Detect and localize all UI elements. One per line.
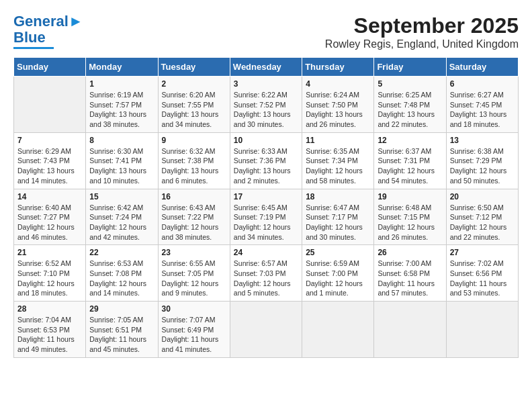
day-number: 26 (378, 248, 442, 257)
day-number: 22 (89, 248, 154, 257)
title-block: September 2025 Rowley Regis, England, Un… (325, 13, 519, 50)
day-info: Sunrise: 6:32 AMSunset: 7:38 PMDaylight:… (162, 146, 226, 186)
month-title: September 2025 (325, 13, 519, 38)
calendar-cell: 18Sunrise: 6:47 AMSunset: 7:17 PMDayligh… (302, 189, 374, 245)
day-info: Sunrise: 6:59 AMSunset: 7:00 PMDaylight:… (306, 259, 370, 298)
day-number: 5 (378, 79, 442, 89)
calendar-week-3: 14Sunrise: 6:40 AMSunset: 7:27 PMDayligh… (14, 189, 519, 245)
day-info: Sunrise: 6:35 AMSunset: 7:34 PMDaylight:… (306, 146, 370, 186)
calendar-cell: 12Sunrise: 6:37 AMSunset: 7:31 PMDayligh… (374, 132, 446, 189)
day-info: Sunrise: 6:53 AMSunset: 7:08 PMDaylight:… (89, 259, 154, 298)
day-number: 13 (450, 136, 515, 145)
day-number: 21 (17, 248, 82, 257)
day-info: Sunrise: 6:25 AMSunset: 7:48 PMDaylight:… (378, 90, 442, 130)
day-number: 16 (162, 192, 226, 201)
day-number: 7 (17, 136, 82, 145)
day-number: 18 (306, 192, 370, 201)
logo: General► Blue (13, 13, 83, 49)
page-header: General► Blue September 2025 Rowley Regi… (13, 13, 519, 50)
day-number: 12 (378, 136, 442, 145)
day-info: Sunrise: 6:57 AMSunset: 7:03 PMDaylight:… (234, 259, 298, 298)
calendar-week-2: 7Sunrise: 6:29 AMSunset: 7:43 PMDaylight… (14, 132, 519, 189)
day-info: Sunrise: 6:20 AMSunset: 7:55 PMDaylight:… (162, 90, 226, 130)
calendar-cell: 4Sunrise: 6:24 AMSunset: 7:50 PMDaylight… (302, 77, 374, 133)
calendar-cell (446, 302, 518, 358)
calendar-cell: 22Sunrise: 6:53 AMSunset: 7:08 PMDayligh… (86, 245, 158, 302)
day-header-sunday: Sunday (14, 58, 86, 77)
calendar-cell (374, 302, 446, 358)
day-info: Sunrise: 6:29 AMSunset: 7:43 PMDaylight:… (17, 146, 82, 186)
calendar-cell (14, 77, 86, 133)
calendar-cell: 27Sunrise: 7:02 AMSunset: 6:56 PMDayligh… (446, 245, 518, 302)
calendar-cell (302, 302, 374, 358)
day-number: 20 (450, 192, 515, 201)
day-number: 19 (378, 192, 442, 201)
day-info: Sunrise: 7:04 AMSunset: 6:53 PMDaylight:… (17, 315, 82, 355)
day-info: Sunrise: 6:50 AMSunset: 7:12 PMDaylight:… (450, 203, 515, 242)
calendar-week-4: 21Sunrise: 6:52 AMSunset: 7:10 PMDayligh… (14, 245, 519, 302)
calendar-cell: 15Sunrise: 6:42 AMSunset: 7:24 PMDayligh… (86, 189, 158, 245)
calendar-cell: 19Sunrise: 6:48 AMSunset: 7:15 PMDayligh… (374, 189, 446, 245)
day-info: Sunrise: 6:27 AMSunset: 7:45 PMDaylight:… (450, 90, 515, 130)
day-number: 1 (89, 79, 154, 89)
day-number: 30 (162, 304, 226, 314)
day-header-thursday: Thursday (302, 58, 374, 77)
day-info: Sunrise: 6:48 AMSunset: 7:15 PMDaylight:… (378, 203, 442, 242)
calendar-cell: 17Sunrise: 6:45 AMSunset: 7:19 PMDayligh… (230, 189, 302, 245)
day-info: Sunrise: 7:00 AMSunset: 6:58 PMDaylight:… (378, 259, 442, 298)
day-info: Sunrise: 6:19 AMSunset: 7:57 PMDaylight:… (89, 90, 154, 130)
day-number: 3 (234, 79, 298, 89)
location-subtitle: Rowley Regis, England, United Kingdom (325, 38, 519, 50)
calendar-cell: 16Sunrise: 6:43 AMSunset: 7:22 PMDayligh… (158, 189, 230, 245)
day-info: Sunrise: 6:55 AMSunset: 7:05 PMDaylight:… (162, 259, 226, 298)
calendar-cell (230, 302, 302, 358)
day-info: Sunrise: 6:47 AMSunset: 7:17 PMDaylight:… (306, 203, 370, 242)
logo-text: General► Blue (13, 13, 83, 46)
day-info: Sunrise: 6:24 AMSunset: 7:50 PMDaylight:… (306, 90, 370, 130)
day-number: 24 (234, 248, 298, 257)
day-number: 29 (89, 304, 154, 314)
day-header-tuesday: Tuesday (158, 58, 230, 77)
calendar-cell: 24Sunrise: 6:57 AMSunset: 7:03 PMDayligh… (230, 245, 302, 302)
calendar-cell: 10Sunrise: 6:33 AMSunset: 7:36 PMDayligh… (230, 132, 302, 189)
calendar-cell: 6Sunrise: 6:27 AMSunset: 7:45 PMDaylight… (446, 77, 518, 133)
day-info: Sunrise: 6:38 AMSunset: 7:29 PMDaylight:… (450, 146, 515, 186)
day-info: Sunrise: 6:45 AMSunset: 7:19 PMDaylight:… (234, 203, 298, 242)
day-number: 4 (306, 79, 370, 89)
day-info: Sunrise: 6:40 AMSunset: 7:27 PMDaylight:… (17, 203, 82, 242)
day-info: Sunrise: 6:37 AMSunset: 7:31 PMDaylight:… (378, 146, 442, 186)
calendar-cell: 3Sunrise: 6:22 AMSunset: 7:52 PMDaylight… (230, 77, 302, 133)
day-number: 11 (306, 136, 370, 145)
day-header-monday: Monday (86, 58, 158, 77)
day-number: 23 (162, 248, 226, 257)
calendar-cell: 7Sunrise: 6:29 AMSunset: 7:43 PMDaylight… (14, 132, 86, 189)
calendar-cell: 11Sunrise: 6:35 AMSunset: 7:34 PMDayligh… (302, 132, 374, 189)
day-info: Sunrise: 6:42 AMSunset: 7:24 PMDaylight:… (89, 203, 154, 242)
day-number: 9 (162, 136, 226, 145)
day-info: Sunrise: 6:22 AMSunset: 7:52 PMDaylight:… (234, 90, 298, 130)
calendar-cell: 2Sunrise: 6:20 AMSunset: 7:55 PMDaylight… (158, 77, 230, 133)
calendar-cell: 14Sunrise: 6:40 AMSunset: 7:27 PMDayligh… (14, 189, 86, 245)
calendar-week-1: 1Sunrise: 6:19 AMSunset: 7:57 PMDaylight… (14, 77, 519, 133)
calendar-header-row: SundayMondayTuesdayWednesdayThursdayFrid… (14, 58, 519, 77)
calendar-cell: 25Sunrise: 6:59 AMSunset: 7:00 PMDayligh… (302, 245, 374, 302)
day-number: 25 (306, 248, 370, 257)
day-number: 28 (17, 304, 82, 314)
calendar-cell: 5Sunrise: 6:25 AMSunset: 7:48 PMDaylight… (374, 77, 446, 133)
day-number: 10 (234, 136, 298, 145)
calendar-cell: 29Sunrise: 7:05 AMSunset: 6:51 PMDayligh… (86, 302, 158, 358)
day-info: Sunrise: 6:30 AMSunset: 7:41 PMDaylight:… (89, 146, 154, 186)
day-number: 2 (162, 79, 226, 89)
day-number: 17 (234, 192, 298, 201)
day-number: 14 (17, 192, 82, 201)
day-info: Sunrise: 6:52 AMSunset: 7:10 PMDaylight:… (17, 259, 82, 298)
day-number: 8 (89, 136, 154, 145)
calendar-table: SundayMondayTuesdayWednesdayThursdayFrid… (13, 57, 519, 358)
calendar-cell: 21Sunrise: 6:52 AMSunset: 7:10 PMDayligh… (14, 245, 86, 302)
calendar-cell: 23Sunrise: 6:55 AMSunset: 7:05 PMDayligh… (158, 245, 230, 302)
day-number: 27 (450, 248, 515, 257)
calendar-cell: 20Sunrise: 6:50 AMSunset: 7:12 PMDayligh… (446, 189, 518, 245)
day-header-friday: Friday (374, 58, 446, 77)
calendar-cell: 9Sunrise: 6:32 AMSunset: 7:38 PMDaylight… (158, 132, 230, 189)
logo-underline (13, 47, 54, 49)
